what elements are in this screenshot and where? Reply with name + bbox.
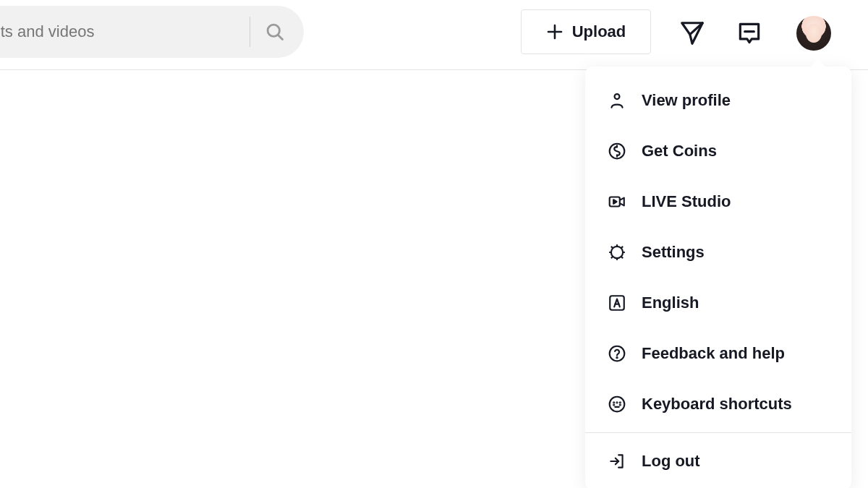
profile-avatar[interactable] [796, 16, 831, 51]
menu-shortcuts[interactable]: Keyboard shortcuts [585, 379, 851, 429]
profile-menu: View profile Get Coins LIVE Studio [585, 67, 851, 488]
svg-rect-20 [610, 296, 624, 310]
user-icon [607, 90, 627, 111]
svg-point-23 [616, 357, 617, 358]
menu-item-label: LIVE Studio [642, 192, 731, 211]
logout-icon [607, 451, 627, 471]
inbox-icon [736, 20, 763, 47]
svg-point-29 [620, 405, 621, 406]
svg-line-18 [611, 257, 613, 258]
svg-line-1 [278, 35, 283, 40]
svg-point-26 [616, 402, 617, 403]
menu-item-label: Feedback and help [642, 344, 785, 363]
svg-line-17 [621, 257, 623, 258]
menu-item-label: English [642, 294, 699, 312]
gear-icon [607, 242, 627, 262]
language-icon [607, 293, 627, 313]
inbox-button[interactable] [735, 19, 764, 48]
coin-icon [607, 141, 627, 161]
menu-get-coins[interactable]: Get Coins [585, 126, 851, 176]
search-icon [265, 22, 285, 42]
menu-language[interactable]: English [585, 278, 851, 328]
send-icon [678, 20, 706, 47]
menu-item-label: Log out [642, 452, 700, 471]
menu-feedback[interactable]: Feedback and help [585, 328, 851, 379]
menu-live-studio[interactable]: LIVE Studio [585, 176, 851, 227]
top-bar: Upload [0, 0, 868, 70]
menu-logout[interactable]: Log out [585, 436, 851, 487]
svg-point-24 [610, 397, 625, 412]
menu-item-label: View profile [642, 91, 731, 110]
video-icon [607, 192, 627, 212]
svg-point-11 [611, 247, 623, 258]
svg-line-19 [621, 247, 623, 248]
svg-point-25 [613, 402, 614, 403]
svg-point-27 [620, 402, 621, 403]
search-container [0, 6, 304, 58]
search-input[interactable] [0, 22, 244, 41]
search-button[interactable] [265, 22, 285, 42]
svg-point-28 [613, 405, 614, 406]
menu-divider [585, 432, 851, 433]
plus-icon [546, 23, 563, 40]
help-icon [607, 343, 627, 364]
search-divider [250, 17, 250, 47]
upload-button[interactable]: Upload [521, 9, 651, 54]
menu-view-profile[interactable]: View profile [585, 75, 851, 126]
menu-item-label: Settings [642, 243, 705, 262]
menu-item-label: Keyboard shortcuts [642, 395, 792, 414]
menu-item-label: Get Coins [642, 142, 717, 160]
messages-button[interactable] [678, 19, 707, 48]
svg-point-6 [615, 94, 620, 99]
upload-label: Upload [572, 22, 626, 41]
keyboard-icon [607, 394, 627, 414]
menu-settings[interactable]: Settings [585, 227, 851, 278]
svg-line-16 [611, 247, 613, 248]
